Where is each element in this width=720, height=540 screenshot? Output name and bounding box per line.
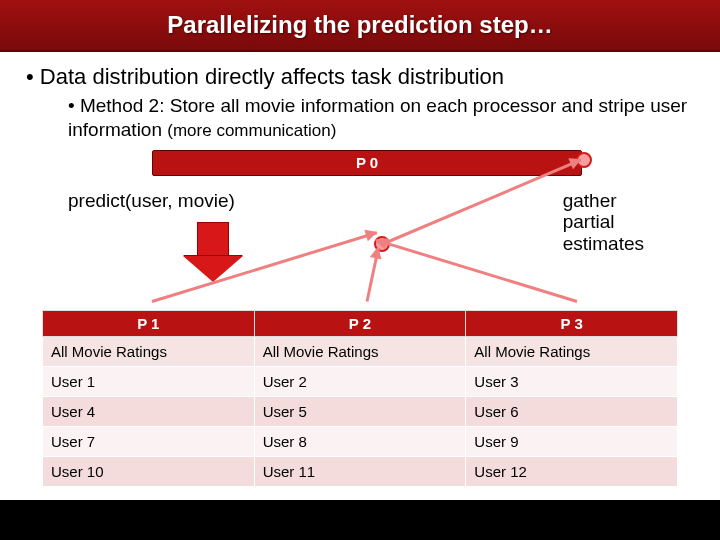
slide: Parallelizing the prediction step… • Dat…: [0, 0, 720, 540]
cell: User 11: [254, 456, 466, 486]
cell: User 9: [466, 426, 678, 456]
table-row: User 4 User 5 User 6: [43, 396, 678, 426]
cell: User 5: [254, 396, 466, 426]
thin-arrow-icon: [366, 247, 380, 301]
thin-arrow-icon: [376, 238, 578, 302]
cell: All Movie Ratings: [43, 336, 255, 366]
cell: User 7: [43, 426, 255, 456]
title-bar: Parallelizing the prediction step…: [0, 0, 720, 52]
col-p1: P 1: [43, 310, 255, 336]
cell: User 1: [43, 366, 255, 396]
predict-label: predict(user, movie): [68, 190, 235, 212]
big-down-arrow-icon: [197, 222, 243, 282]
table-row: User 7 User 8 User 9: [43, 426, 678, 456]
table-row: All Movie Ratings All Movie Ratings All …: [43, 336, 678, 366]
slide-title: Parallelizing the prediction step…: [167, 11, 552, 39]
cell: User 2: [254, 366, 466, 396]
col-p2: P 2: [254, 310, 466, 336]
cell: All Movie Ratings: [254, 336, 466, 366]
slide-body: • Data distribution directly affects tas…: [0, 52, 720, 487]
table-row: User 1 User 2 User 3: [43, 366, 678, 396]
gather-label: gather partial estimates: [563, 190, 644, 256]
cell: User 10: [43, 456, 255, 486]
footer-band: [0, 500, 720, 540]
diagram-area: P 0 predict(user, movie) gather partial …: [22, 150, 702, 310]
col-p3: P 3: [466, 310, 678, 336]
cell: All Movie Ratings: [466, 336, 678, 366]
cell: User 3: [466, 366, 678, 396]
bullet-level-1: • Data distribution directly affects tas…: [26, 64, 698, 90]
bullet-level-2: • Method 2: Store all movie information …: [68, 94, 698, 142]
p0-box: P 0: [152, 150, 582, 176]
cell: User 4: [43, 396, 255, 426]
table-row: User 10 User 11 User 12: [43, 456, 678, 486]
cell: User 12: [466, 456, 678, 486]
bullet1-text: Data distribution directly affects task …: [40, 64, 504, 89]
cell: User 6: [466, 396, 678, 426]
table-header-row: P 1 P 2 P 3: [43, 310, 678, 336]
bullet2-text-a: Method 2: Store all movie information on…: [68, 95, 687, 140]
cell: User 8: [254, 426, 466, 456]
bullet2-text-b: (more communication): [167, 121, 336, 140]
processor-table: P 1 P 2 P 3 All Movie Ratings All Movie …: [42, 310, 678, 487]
